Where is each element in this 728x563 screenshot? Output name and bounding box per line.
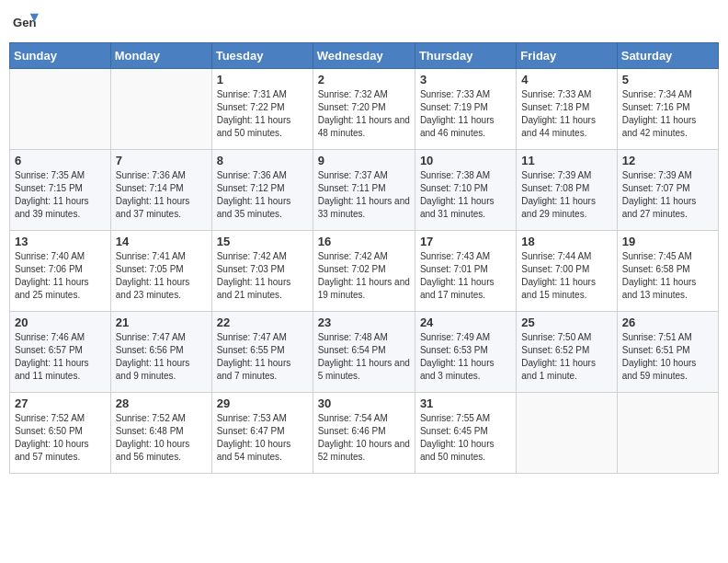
day-number: 12 — [622, 154, 713, 167]
weekday-header-saturday: Saturday — [617, 43, 718, 69]
day-number: 19 — [622, 235, 713, 248]
calendar-cell: 11Sunrise: 7:39 AM Sunset: 7:08 PM Dayli… — [517, 150, 617, 231]
day-info: Sunrise: 7:39 AM Sunset: 7:08 PM Dayligh… — [521, 169, 611, 221]
day-number: 1 — [217, 73, 308, 86]
calendar-cell: 15Sunrise: 7:42 AM Sunset: 7:03 PM Dayli… — [211, 231, 313, 312]
day-number: 26 — [622, 316, 713, 329]
calendar-cell: 1Sunrise: 7:31 AM Sunset: 7:22 PM Daylig… — [211, 69, 313, 150]
day-number: 14 — [116, 235, 207, 248]
calendar-cell: 27Sunrise: 7:52 AM Sunset: 6:50 PM Dayli… — [10, 393, 111, 474]
day-number: 4 — [521, 73, 611, 86]
day-info: Sunrise: 7:52 AM Sunset: 6:50 PM Dayligh… — [15, 412, 106, 464]
calendar-cell: 9Sunrise: 7:37 AM Sunset: 7:11 PM Daylig… — [313, 150, 415, 231]
calendar-cell: 8Sunrise: 7:36 AM Sunset: 7:12 PM Daylig… — [211, 150, 313, 231]
calendar-cell: 31Sunrise: 7:55 AM Sunset: 6:45 PM Dayli… — [415, 393, 516, 474]
calendar-header-row: SundayMondayTuesdayWednesdayThursdayFrid… — [10, 43, 719, 69]
day-number: 29 — [217, 396, 308, 410]
calendar-cell — [110, 69, 211, 150]
day-info: Sunrise: 7:52 AM Sunset: 6:48 PM Dayligh… — [116, 412, 207, 464]
calendar-cell: 5Sunrise: 7:34 AM Sunset: 7:16 PM Daylig… — [617, 69, 718, 150]
calendar-week-row: 1Sunrise: 7:31 AM Sunset: 7:22 PM Daylig… — [10, 69, 719, 150]
day-number: 13 — [15, 235, 106, 248]
day-number: 31 — [420, 396, 511, 410]
day-info: Sunrise: 7:36 AM Sunset: 7:12 PM Dayligh… — [217, 169, 308, 221]
weekday-header-tuesday: Tuesday — [211, 43, 313, 69]
calendar-week-row: 20Sunrise: 7:46 AM Sunset: 6:57 PM Dayli… — [10, 312, 719, 393]
day-info: Sunrise: 7:50 AM Sunset: 6:52 PM Dayligh… — [521, 331, 611, 383]
calendar-table: SundayMondayTuesdayWednesdayThursdayFrid… — [9, 42, 719, 474]
day-info: Sunrise: 7:45 AM Sunset: 6:58 PM Dayligh… — [622, 250, 713, 302]
day-number: 27 — [15, 396, 106, 410]
weekday-header-monday: Monday — [110, 43, 211, 69]
day-info: Sunrise: 7:41 AM Sunset: 7:05 PM Dayligh… — [116, 250, 207, 302]
day-number: 20 — [15, 316, 106, 329]
weekday-header-wednesday: Wednesday — [313, 43, 415, 69]
calendar-cell: 23Sunrise: 7:48 AM Sunset: 6:54 PM Dayli… — [313, 312, 415, 393]
calendar-cell: 29Sunrise: 7:53 AM Sunset: 6:47 PM Dayli… — [211, 393, 313, 474]
day-info: Sunrise: 7:42 AM Sunset: 7:03 PM Dayligh… — [217, 250, 308, 302]
day-number: 25 — [521, 316, 611, 329]
day-info: Sunrise: 7:47 AM Sunset: 6:55 PM Dayligh… — [217, 331, 308, 383]
day-number: 17 — [420, 235, 511, 248]
weekday-header-sunday: Sunday — [10, 43, 111, 69]
calendar-cell: 10Sunrise: 7:38 AM Sunset: 7:10 PM Dayli… — [415, 150, 516, 231]
day-info: Sunrise: 7:54 AM Sunset: 6:46 PM Dayligh… — [318, 412, 410, 464]
day-number: 7 — [116, 154, 207, 167]
calendar-cell: 21Sunrise: 7:47 AM Sunset: 6:56 PM Dayli… — [110, 312, 211, 393]
day-number: 21 — [116, 316, 207, 329]
calendar-cell: 18Sunrise: 7:44 AM Sunset: 7:00 PM Dayli… — [517, 231, 617, 312]
day-number: 24 — [420, 316, 511, 329]
calendar-cell: 14Sunrise: 7:41 AM Sunset: 7:05 PM Dayli… — [110, 231, 211, 312]
day-info: Sunrise: 7:55 AM Sunset: 6:45 PM Dayligh… — [420, 412, 511, 464]
day-number: 23 — [318, 316, 410, 329]
day-info: Sunrise: 7:36 AM Sunset: 7:14 PM Dayligh… — [116, 169, 207, 221]
calendar-week-row: 13Sunrise: 7:40 AM Sunset: 7:06 PM Dayli… — [10, 231, 719, 312]
weekday-header-friday: Friday — [517, 43, 617, 69]
day-number: 28 — [116, 396, 207, 410]
page-header: Gen — [9, 9, 719, 35]
day-info: Sunrise: 7:32 AM Sunset: 7:20 PM Dayligh… — [318, 88, 410, 140]
calendar-cell: 26Sunrise: 7:51 AM Sunset: 6:51 PM Dayli… — [617, 312, 718, 393]
day-number: 22 — [217, 316, 308, 329]
day-info: Sunrise: 7:49 AM Sunset: 6:53 PM Dayligh… — [420, 331, 511, 383]
day-number: 5 — [622, 73, 713, 86]
day-info: Sunrise: 7:43 AM Sunset: 7:01 PM Dayligh… — [420, 250, 511, 302]
day-info: Sunrise: 7:47 AM Sunset: 6:56 PM Dayligh… — [116, 331, 207, 383]
calendar-cell: 4Sunrise: 7:33 AM Sunset: 7:18 PM Daylig… — [517, 69, 617, 150]
day-number: 18 — [521, 235, 611, 248]
calendar-cell: 19Sunrise: 7:45 AM Sunset: 6:58 PM Dayli… — [617, 231, 718, 312]
day-number: 8 — [217, 154, 308, 167]
calendar-cell — [10, 69, 111, 150]
day-number: 6 — [15, 154, 106, 167]
calendar-cell — [617, 393, 718, 474]
day-info: Sunrise: 7:51 AM Sunset: 6:51 PM Dayligh… — [622, 331, 713, 383]
calendar-cell: 7Sunrise: 7:36 AM Sunset: 7:14 PM Daylig… — [110, 150, 211, 231]
day-number: 15 — [217, 235, 308, 248]
calendar-cell: 30Sunrise: 7:54 AM Sunset: 6:46 PM Dayli… — [313, 393, 415, 474]
calendar-cell: 28Sunrise: 7:52 AM Sunset: 6:48 PM Dayli… — [110, 393, 211, 474]
calendar-cell: 2Sunrise: 7:32 AM Sunset: 7:20 PM Daylig… — [313, 69, 415, 150]
calendar-cell: 24Sunrise: 7:49 AM Sunset: 6:53 PM Dayli… — [415, 312, 516, 393]
calendar-cell: 16Sunrise: 7:42 AM Sunset: 7:02 PM Dayli… — [313, 231, 415, 312]
day-info: Sunrise: 7:48 AM Sunset: 6:54 PM Dayligh… — [318, 331, 410, 383]
logo: Gen — [13, 9, 42, 35]
calendar-cell: 3Sunrise: 7:33 AM Sunset: 7:19 PM Daylig… — [415, 69, 516, 150]
day-info: Sunrise: 7:35 AM Sunset: 7:15 PM Dayligh… — [15, 169, 106, 221]
calendar-cell: 22Sunrise: 7:47 AM Sunset: 6:55 PM Dayli… — [211, 312, 313, 393]
day-number: 11 — [521, 154, 611, 167]
day-number: 3 — [420, 73, 511, 86]
calendar-cell: 20Sunrise: 7:46 AM Sunset: 6:57 PM Dayli… — [10, 312, 111, 393]
day-number: 30 — [318, 396, 410, 410]
day-info: Sunrise: 7:44 AM Sunset: 7:00 PM Dayligh… — [521, 250, 611, 302]
day-number: 9 — [318, 154, 410, 167]
day-number: 10 — [420, 154, 511, 167]
day-info: Sunrise: 7:33 AM Sunset: 7:19 PM Dayligh… — [420, 88, 511, 140]
calendar-week-row: 6Sunrise: 7:35 AM Sunset: 7:15 PM Daylig… — [10, 150, 719, 231]
day-info: Sunrise: 7:33 AM Sunset: 7:18 PM Dayligh… — [521, 88, 611, 140]
day-info: Sunrise: 7:53 AM Sunset: 6:47 PM Dayligh… — [217, 412, 308, 464]
day-number: 2 — [318, 73, 410, 86]
calendar-week-row: 27Sunrise: 7:52 AM Sunset: 6:50 PM Dayli… — [10, 393, 719, 474]
day-info: Sunrise: 7:42 AM Sunset: 7:02 PM Dayligh… — [318, 250, 410, 302]
day-info: Sunrise: 7:40 AM Sunset: 7:06 PM Dayligh… — [15, 250, 106, 302]
day-info: Sunrise: 7:37 AM Sunset: 7:11 PM Dayligh… — [318, 169, 410, 221]
